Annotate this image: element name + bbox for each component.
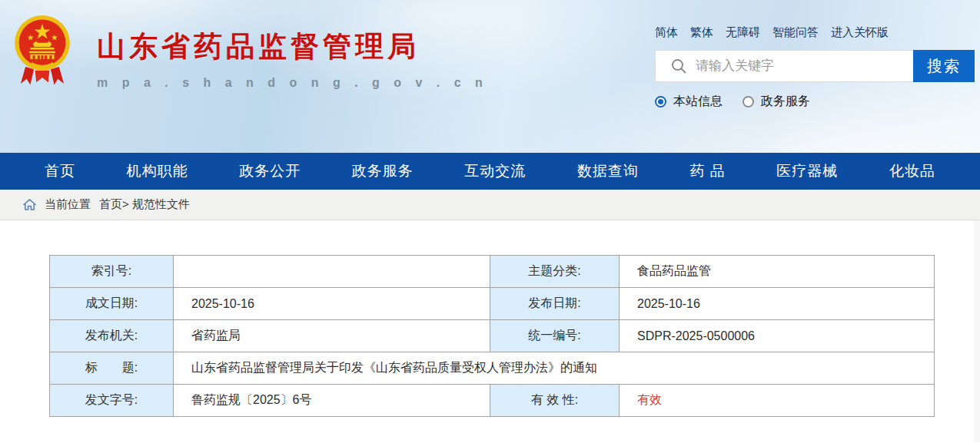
breadcrumb-location-label: 当前位置 (45, 197, 91, 212)
search-bar: 搜索 (655, 50, 975, 82)
field-value-topic-category: 食品药品监管 (620, 256, 935, 288)
header-utilities: 简体 繁体 无障碍 智能问答 进入关怀版 搜索 本站信息 政务服 (655, 25, 975, 110)
nav-drugs[interactable]: 药 品 (689, 161, 725, 181)
search-input[interactable] (696, 58, 913, 74)
nav-cosmetics[interactable]: 化妆品 (889, 161, 935, 181)
nav-interaction[interactable]: 互动交流 (464, 161, 526, 181)
search-icon (671, 58, 686, 74)
table-row: 标 题: 山东省药品监督管理局关于印发《山东省药品质量受权人管理办法》的通知 (50, 352, 935, 385)
nav-home[interactable]: 首页 (45, 161, 75, 181)
home-icon (23, 199, 36, 210)
field-value-index-no (174, 256, 490, 288)
site-header: 山东省药品监督管理局 m p a . s h a n d o n g . g o… (0, 0, 980, 153)
page-edge (974, 220, 980, 442)
field-value-publish-date: 2025-10-16 (620, 288, 935, 320)
table-row: 发文字号: 鲁药监规〔2025〕6号 有 效 性: 有效 (50, 385, 935, 417)
field-value-written-date: 2025-10-16 (174, 288, 490, 320)
nav-medical-devices[interactable]: 医疗器械 (776, 161, 838, 181)
site-title: 山东省药品监督管理局 (97, 28, 488, 66)
breadcrumb-path[interactable]: 首页> 规范性文件 (99, 197, 190, 212)
nav-data-query[interactable]: 数据查询 (577, 161, 639, 181)
document-meta-section: 索引号: 主题分类: 食品药品监管 成文日期: 2025-10-16 发布日期:… (0, 220, 980, 442)
field-label-document-number: 发文字号: (50, 385, 174, 417)
field-label-unified-number: 统一编号: (490, 320, 620, 352)
link-traditional-chinese[interactable]: 繁体 (690, 25, 713, 40)
link-simplified-chinese[interactable]: 简体 (655, 25, 678, 40)
field-label-publish-date: 发布日期: (490, 288, 620, 320)
nav-gov-disclosure[interactable]: 政务公开 (239, 161, 301, 181)
table-row: 发布机关: 省药监局 统一编号: SDPR-2025-0500006 (50, 320, 935, 352)
radio-unselected-icon[interactable] (742, 96, 754, 107)
field-label-title: 标 题: (50, 352, 174, 385)
field-value-unified-number: SDPR-2025-0500006 (620, 320, 935, 352)
link-senior-mode[interactable]: 进入关怀版 (831, 25, 889, 40)
field-value-title: 山东省药品监督管理局关于印发《山东省药品质量受权人管理办法》的通知 (174, 352, 935, 385)
site-url: m p a . s h a n d o n g . g o v . c n (97, 76, 488, 90)
national-emblem-icon (12, 14, 72, 88)
search-input-container[interactable] (655, 50, 913, 82)
radio-selected-icon[interactable] (655, 96, 666, 107)
field-label-issuing-agency: 发布机关: (50, 320, 174, 352)
field-label-written-date: 成文日期: (50, 288, 174, 320)
search-scope-options: 本站信息 政务服务 (655, 94, 975, 110)
link-smart-qa[interactable]: 智能问答 (772, 25, 819, 40)
field-label-topic-category: 主题分类: (490, 256, 620, 288)
breadcrumb: 当前位置 首页> 规范性文件 (0, 190, 980, 220)
search-button[interactable]: 搜索 (913, 50, 975, 82)
validity-status-badge: 有效 (620, 385, 935, 417)
quick-links: 简体 繁体 无障碍 智能问答 进入关怀版 (655, 25, 975, 40)
scope-site-info[interactable]: 本站信息 (655, 94, 723, 110)
main-nav: 首页 机构职能 政务公开 政务服务 互动交流 数据查询 药 品 医疗器械 化妆品 (0, 153, 980, 190)
table-row: 成文日期: 2025-10-16 发布日期: 2025-10-16 (50, 288, 935, 320)
field-value-document-number: 鲁药监规〔2025〕6号 (174, 385, 490, 417)
table-row: 索引号: 主题分类: 食品药品监管 (50, 256, 935, 288)
scope-label: 政务服务 (761, 94, 810, 110)
field-label-index-no: 索引号: (50, 256, 174, 288)
document-meta-table: 索引号: 主题分类: 食品药品监管 成文日期: 2025-10-16 发布日期:… (49, 255, 935, 417)
field-label-validity: 有 效 性: (490, 385, 620, 417)
link-accessibility[interactable]: 无障碍 (726, 25, 760, 40)
field-value-issuing-agency: 省药监局 (174, 320, 490, 352)
nav-functions[interactable]: 机构职能 (127, 161, 188, 181)
scope-gov-services[interactable]: 政务服务 (742, 94, 810, 110)
scope-label: 本站信息 (673, 94, 723, 110)
site-logo[interactable]: 山东省药品监督管理局 m p a . s h a n d o n g . g o… (12, 14, 488, 90)
nav-gov-services[interactable]: 政务服务 (352, 161, 414, 181)
